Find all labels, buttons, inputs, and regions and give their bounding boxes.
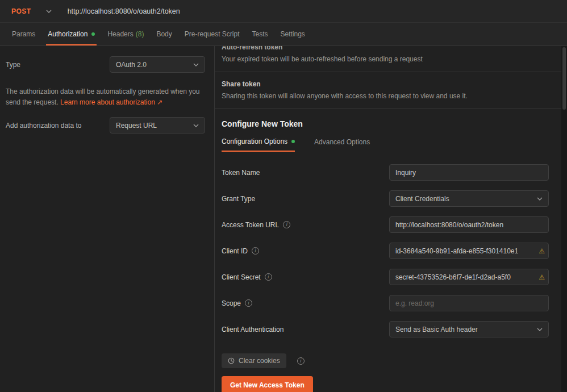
client-secret-input[interactable] xyxy=(389,269,549,285)
client-authentication-select[interactable]: Send as Basic Auth header xyxy=(389,321,549,337)
auth-type-select[interactable]: OAuth 2.0 xyxy=(110,56,205,73)
client-authentication-row: Client Authentication Send as Basic Auth… xyxy=(222,321,549,337)
method-label: POST xyxy=(11,7,31,15)
auto-refresh-title: Auto-refresh token xyxy=(222,46,549,51)
scope-label: Scope i xyxy=(222,299,252,307)
auto-refresh-description: Your expired token will be auto-refreshe… xyxy=(222,55,549,63)
warning-icon[interactable]: ⚠ xyxy=(539,247,545,255)
tab-configuration-options-label: Configuration Options xyxy=(222,137,287,145)
client-secret-label: Client Secret i xyxy=(222,273,272,281)
client-id-input[interactable] xyxy=(389,243,549,259)
request-bar: POST xyxy=(0,0,567,23)
token-config-form: Token Name Grant Type Client Credentials xyxy=(222,164,549,337)
tab-headers[interactable]: Headers (8) xyxy=(101,23,150,45)
method-dropdown[interactable]: POST xyxy=(0,0,60,22)
tab-params[interactable]: Params xyxy=(6,23,41,45)
chevron-down-icon xyxy=(46,10,52,13)
client-authentication-label: Client Authentication xyxy=(222,326,284,333)
chevron-down-icon xyxy=(193,124,199,127)
token-config-tabs: Configuration Options Advanced Options xyxy=(222,137,549,152)
add-auth-data-row: Add authorization data to Request URL xyxy=(6,117,205,134)
chevron-down-icon xyxy=(537,328,543,331)
auth-type-value: OAuth 2.0 xyxy=(116,61,147,69)
client-secret-row: Client Secret i ⚠ xyxy=(222,269,549,285)
tab-body-label: Body xyxy=(156,30,172,38)
section-divider xyxy=(215,72,561,72)
scope-label-text: Scope xyxy=(222,299,241,307)
token-actions: Clear cookies i xyxy=(222,353,549,368)
section-divider xyxy=(215,109,561,109)
client-id-row: Client ID i ⚠ xyxy=(222,243,549,259)
share-token-section: Share token Sharing this token will allo… xyxy=(222,80,549,100)
chevron-down-icon xyxy=(193,63,199,66)
client-id-label-text: Client ID xyxy=(222,247,248,255)
clear-cookies-label: Clear cookies xyxy=(239,357,280,365)
tab-tests[interactable]: Tests xyxy=(245,23,274,45)
headers-count-badge: (8) xyxy=(136,30,144,38)
info-icon[interactable]: i xyxy=(297,357,305,365)
app-window: POST Params Authorization Headers (8) Bo… xyxy=(0,0,567,392)
grant-type-row: Grant Type Client Credentials xyxy=(222,190,549,207)
auth-type-label: Type xyxy=(6,61,20,69)
access-token-url-row: Access Token URL i xyxy=(222,216,549,233)
tab-authorization[interactable]: Authorization xyxy=(41,23,101,45)
scope-row: Scope i xyxy=(222,295,549,311)
configuration-active-dot xyxy=(291,140,295,143)
tab-authorization-label: Authorization xyxy=(48,30,87,38)
oauth-config-panel: Auto-refresh token Your expired token wi… xyxy=(215,46,561,392)
grant-type-value: Client Credentials xyxy=(395,195,449,203)
client-authentication-value: Send as Basic Auth header xyxy=(395,326,478,333)
auth-description: The authorization data will be automatic… xyxy=(6,86,205,108)
grant-type-label: Grant Type xyxy=(222,195,255,203)
authorization-active-dot xyxy=(91,32,95,36)
tab-pre-request-label: Pre-request Script xyxy=(185,30,240,38)
tab-advanced-options[interactable]: Advanced Options xyxy=(314,137,370,152)
access-token-url-input[interactable] xyxy=(389,216,549,233)
scrollbar-thumb[interactable] xyxy=(562,47,566,110)
share-token-description: Sharing this token will allow anyone wit… xyxy=(222,92,549,100)
clock-icon xyxy=(228,357,235,364)
tab-advanced-options-label: Advanced Options xyxy=(314,138,370,146)
tab-settings-label: Settings xyxy=(281,30,305,38)
request-tab-bar: Params Authorization Headers (8) Body Pr… xyxy=(0,23,567,46)
grant-type-select[interactable]: Client Credentials xyxy=(389,190,549,207)
scope-input[interactable] xyxy=(389,295,549,311)
configure-new-token-title: Configure New Token xyxy=(222,119,549,128)
tab-headers-label: Headers xyxy=(107,30,133,38)
tab-pre-request-script[interactable]: Pre-request Script xyxy=(178,23,246,45)
token-name-row: Token Name xyxy=(222,164,549,181)
tab-body[interactable]: Body xyxy=(150,23,178,45)
info-icon[interactable]: i xyxy=(265,273,272,281)
auth-left-panel: Type OAuth 2.0 The authorization data wi… xyxy=(0,46,215,392)
client-secret-label-text: Client Secret xyxy=(222,273,261,281)
info-icon[interactable]: i xyxy=(283,221,290,228)
add-auth-data-select[interactable]: Request URL xyxy=(110,117,205,134)
tab-configuration-options[interactable]: Configuration Options xyxy=(222,137,295,152)
learn-more-link[interactable]: Learn more about authorization ↗ xyxy=(60,98,162,106)
tab-settings[interactable]: Settings xyxy=(274,23,311,45)
token-name-label: Token Name xyxy=(222,169,260,177)
add-auth-data-value: Request URL xyxy=(116,122,157,130)
client-id-label: Client ID i xyxy=(222,247,259,255)
access-token-url-label: Access Token URL i xyxy=(222,221,290,229)
info-icon[interactable]: i xyxy=(245,299,252,307)
access-token-url-label-text: Access Token URL xyxy=(222,221,279,229)
url-input[interactable] xyxy=(60,0,567,22)
add-auth-data-label: Add authorization data to xyxy=(6,122,81,130)
warning-icon[interactable]: ⚠ xyxy=(539,273,545,281)
chevron-down-icon xyxy=(537,197,543,201)
authorization-content: Type OAuth 2.0 The authorization data wi… xyxy=(0,46,567,392)
info-icon[interactable]: i xyxy=(252,247,259,255)
auto-refresh-section: Auto-refresh token Your expired token wi… xyxy=(222,46,549,63)
tab-tests-label: Tests xyxy=(252,30,268,38)
clear-cookies-button[interactable]: Clear cookies xyxy=(222,353,286,368)
auth-type-row: Type OAuth 2.0 xyxy=(6,56,205,73)
get-new-access-token-button[interactable]: Get New Access Token xyxy=(222,376,313,392)
share-token-title: Share token xyxy=(222,80,549,88)
vertical-scrollbar[interactable] xyxy=(561,46,567,392)
tab-params-label: Params xyxy=(12,30,35,38)
token-name-input[interactable] xyxy=(389,164,549,181)
